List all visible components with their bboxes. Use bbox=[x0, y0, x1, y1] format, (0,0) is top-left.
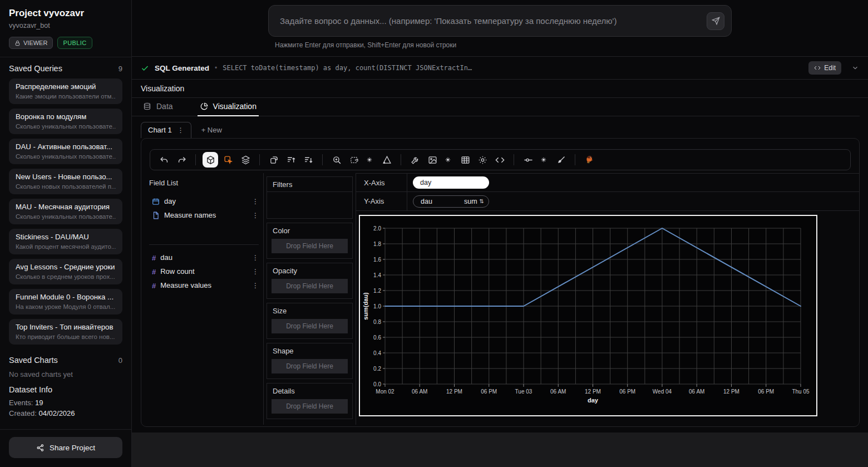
saved-query-desc: Сколько новых пользователей п... bbox=[16, 183, 116, 190]
saved-charts-empty: No saved charts yet bbox=[0, 370, 131, 378]
field-menu-icon[interactable]: ⋮ bbox=[252, 268, 259, 275]
svg-text:1.0: 1.0 bbox=[373, 303, 381, 309]
drop-zone[interactable]: Drop Field Here bbox=[272, 239, 348, 253]
x-axis-field-pill[interactable]: day bbox=[413, 176, 489, 189]
saved-query-item[interactable]: Stickiness - DAU/MAUКакой процент месячн… bbox=[9, 229, 122, 254]
toolbar-divider bbox=[322, 154, 323, 165]
saved-charts-title: Saved Charts bbox=[9, 356, 58, 365]
export-image-icon[interactable] bbox=[425, 153, 440, 167]
field-name: dau bbox=[160, 253, 248, 262]
field-name: Row count bbox=[160, 267, 248, 276]
channel-label: Details bbox=[267, 384, 352, 398]
svg-text:Thu 05: Thu 05 bbox=[792, 389, 810, 395]
field-item[interactable]: day⋮ bbox=[149, 194, 259, 208]
saved-query-title: Stickiness - DAU/MAU bbox=[16, 233, 116, 242]
field-menu-icon[interactable]: ⋮ bbox=[252, 212, 259, 219]
limit-settings-icon[interactable] bbox=[536, 153, 551, 167]
tab-data[interactable]: Data bbox=[141, 102, 175, 116]
field-name: Measure values bbox=[160, 281, 248, 289]
field-name: Measure names bbox=[164, 211, 248, 219]
brand-bird-icon[interactable] bbox=[582, 153, 596, 167]
chevron-down-icon[interactable] bbox=[851, 64, 859, 72]
channel-section-size: SizeDrop Field Here bbox=[267, 303, 353, 339]
saved-query-item[interactable]: DAU - Активные пользоват...Сколько уника… bbox=[9, 139, 122, 164]
saved-query-item[interactable]: MAU - Месячная аудиторияСколько уникальн… bbox=[9, 199, 122, 224]
svg-text:Mon 02: Mon 02 bbox=[376, 389, 394, 395]
saved-query-item[interactable]: Funnel Module 0 - Воронка ...На каком ур… bbox=[9, 289, 122, 314]
saved-query-title: Воронка по модулям bbox=[16, 112, 116, 121]
lock-icon bbox=[14, 40, 21, 46]
saved-query-item[interactable]: Avg Lessons - Средние урокиСколько в сре… bbox=[9, 259, 122, 284]
project-header: Project vyvozavr vyvozavr_bot VIEWER PUB… bbox=[0, 0, 131, 49]
drop-zone[interactable]: Drop Field Here bbox=[272, 399, 348, 414]
toolbar-divider bbox=[401, 154, 401, 165]
channels-panel: Filters ColorDrop Field HereOpacityDrop … bbox=[264, 173, 356, 425]
export-code-icon[interactable] bbox=[492, 153, 507, 167]
y-axis-field-pill[interactable]: dau sum ⇅ bbox=[413, 195, 489, 208]
document-icon bbox=[152, 212, 160, 219]
field-menu-icon[interactable]: ⋮ bbox=[252, 198, 259, 205]
question-placeholder: Задайте вопрос о данных... (например: 'П… bbox=[280, 16, 707, 26]
new-chart-button[interactable]: + New bbox=[201, 126, 222, 138]
sort-descending-icon[interactable] bbox=[301, 153, 315, 167]
sidebar: Project vyvozavr vyvozavr_bot VIEWER PUB… bbox=[0, 0, 132, 467]
saved-query-item[interactable]: Воронка по модулямСколько уникальных пол… bbox=[9, 109, 122, 134]
drop-zone[interactable]: Drop Field Here bbox=[272, 279, 348, 293]
channel-label: Size bbox=[267, 303, 352, 318]
saved-query-item[interactable]: Top Inviters - Топ инвайтеровКто приводи… bbox=[9, 319, 122, 345]
painter-brush-icon[interactable] bbox=[554, 153, 568, 167]
saved-query-title: Top Inviters - Топ инвайтеров bbox=[16, 323, 116, 332]
chart-tab-1[interactable]: Chart 1 ⋮ bbox=[141, 122, 191, 138]
zoom-in-icon[interactable] bbox=[329, 153, 344, 167]
axes-resize-settings-icon[interactable] bbox=[362, 153, 377, 167]
saved-query-item[interactable]: New Users - Новые пользо...Сколько новых… bbox=[9, 169, 122, 194]
toolbar-divider bbox=[575, 154, 575, 165]
settings-gear-icon[interactable] bbox=[475, 153, 490, 167]
field-item[interactable]: #Row count⋮ bbox=[149, 264, 259, 278]
redo-icon[interactable] bbox=[174, 153, 189, 167]
field-item[interactable]: #dau⋮ bbox=[149, 250, 259, 264]
field-item[interactable]: #Measure values⋮ bbox=[149, 278, 259, 292]
limit-icon[interactable] bbox=[521, 153, 535, 167]
footer-strip bbox=[132, 432, 868, 467]
send-button[interactable] bbox=[707, 12, 724, 30]
saved-query-desc: Сколько уникальных пользовате... bbox=[16, 153, 116, 160]
aggregation-value: sum bbox=[464, 198, 477, 205]
pie-chart-icon bbox=[200, 102, 208, 111]
undo-icon[interactable] bbox=[157, 153, 171, 167]
tab-visualization[interactable]: Visualization bbox=[198, 102, 259, 116]
field-menu-icon[interactable]: ⋮ bbox=[252, 254, 259, 261]
calendar-icon bbox=[152, 198, 160, 205]
mark-type-icon[interactable] bbox=[221, 153, 235, 167]
viewer-badge: VIEWER bbox=[9, 37, 53, 49]
share-project-button[interactable]: Share Project bbox=[9, 437, 122, 458]
aggregation-cube-icon[interactable] bbox=[203, 152, 218, 168]
table-view-icon[interactable] bbox=[458, 153, 472, 167]
channel-label: Color bbox=[267, 223, 352, 238]
tools-wrench-icon[interactable] bbox=[408, 153, 422, 167]
drop-zone[interactable]: Drop Field Here bbox=[272, 319, 348, 333]
saved-query-item[interactable]: Распределение эмоцийКакие эмоции пользов… bbox=[9, 78, 122, 104]
svg-text:06 PM: 06 PM bbox=[481, 389, 497, 395]
saved-query-desc: Сколько уникальных пользовате... bbox=[16, 213, 116, 220]
question-input[interactable]: Задайте вопрос о данных... (например: 'П… bbox=[268, 5, 732, 37]
chart-tab-menu-icon[interactable]: ⋮ bbox=[177, 127, 184, 134]
filters-drop-area[interactable] bbox=[267, 191, 352, 218]
sql-edit-button[interactable]: Edit bbox=[808, 61, 841, 75]
x-axis-row: X-Axis day bbox=[356, 173, 859, 192]
export-image-settings-icon[interactable] bbox=[441, 153, 455, 167]
aggregation-select[interactable]: sum ⇅ bbox=[464, 198, 484, 205]
field-list-panel: Field List day⋮Measure names⋮ #dau⋮#Row … bbox=[141, 173, 264, 425]
axes-resize-icon[interactable] bbox=[347, 153, 361, 167]
transpose-icon[interactable] bbox=[267, 153, 281, 167]
code-icon bbox=[814, 65, 821, 71]
hash-icon: # bbox=[152, 281, 156, 291]
saved-query-desc: На каком уроке Модуля 0 отвал... bbox=[16, 303, 116, 311]
drop-zone[interactable]: Drop Field Here bbox=[272, 359, 348, 373]
field-menu-icon[interactable]: ⋮ bbox=[252, 282, 259, 289]
svg-text:06 PM: 06 PM bbox=[619, 389, 635, 395]
layers-icon[interactable] bbox=[238, 153, 253, 167]
field-item[interactable]: Measure names⋮ bbox=[149, 208, 259, 222]
sort-ascending-icon[interactable] bbox=[284, 153, 298, 167]
label-overlap-icon[interactable] bbox=[379, 153, 394, 167]
